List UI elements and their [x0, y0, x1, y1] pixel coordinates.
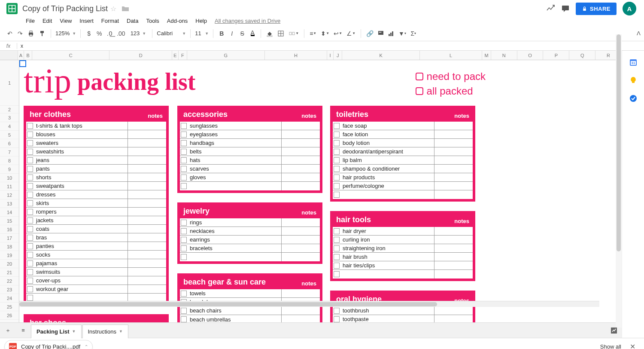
dec-decrease-button[interactable]: .0͟	[105, 29, 114, 38]
list-item[interactable]: hats	[180, 156, 320, 165]
notes-cell[interactable]	[281, 236, 320, 244]
keep-icon[interactable]	[629, 76, 638, 85]
notes-cell[interactable]	[434, 236, 473, 244]
list-item[interactable]: hair products	[333, 173, 473, 182]
hscrollbar[interactable]	[19, 301, 599, 307]
checkbox-icon[interactable]	[334, 271, 340, 277]
list-item[interactable]: hair brush	[333, 253, 473, 261]
list-item[interactable]: hair dryer	[333, 227, 473, 236]
row-header[interactable]: 26	[0, 311, 19, 320]
list-item[interactable]	[180, 253, 320, 261]
list-item[interactable]: jeans	[26, 156, 166, 165]
checkbox-icon[interactable]	[181, 174, 187, 181]
list-item[interactable]: eyeglasses	[180, 130, 320, 139]
undo-button[interactable]: ↶	[5, 29, 15, 38]
wrap-button[interactable]: ↩▼	[332, 29, 344, 38]
checkbox-icon[interactable]	[334, 174, 340, 181]
row-header[interactable]: 21	[0, 268, 19, 277]
menu-edit[interactable]: Edit	[39, 17, 55, 25]
list-item[interactable]: socks	[26, 251, 166, 259]
add-sheet-button[interactable]: ＋	[0, 327, 15, 334]
checkbox-icon[interactable]	[334, 157, 340, 163]
col-header[interactable]: J	[334, 51, 342, 60]
row-header[interactable]: 27	[0, 320, 19, 322]
notes-cell[interactable]	[281, 218, 320, 227]
sheets-logo-icon[interactable]	[3, 0, 21, 17]
list-item[interactable]: earrings	[180, 236, 320, 244]
list-item[interactable]: belts	[180, 147, 320, 156]
list-item[interactable]: hair ties/clips	[333, 261, 473, 270]
list-item[interactable]: jackets	[26, 216, 166, 225]
notes-cell[interactable]	[128, 190, 166, 199]
sheet-canvas[interactable]: trip packing list need to pack all packe…	[19, 60, 622, 322]
list-item[interactable]: necklaces	[180, 227, 320, 236]
list-item[interactable]: straightening iron	[333, 244, 473, 253]
notes-cell[interactable]	[281, 173, 320, 181]
col-header[interactable]: H	[265, 51, 328, 60]
col-header[interactable]: M	[482, 51, 491, 60]
list-item[interactable]: sweatshirts	[26, 147, 166, 156]
checkbox-icon[interactable]	[27, 286, 33, 292]
checkbox-icon[interactable]	[334, 183, 340, 189]
row-header[interactable]: 15	[0, 217, 19, 225]
list-item[interactable]: toothbrush	[333, 306, 473, 315]
list-item[interactable]: pajamas	[26, 259, 166, 268]
row-header[interactable]: 23	[0, 285, 19, 294]
checkbox-icon[interactable]	[27, 123, 33, 129]
checkbox-icon[interactable]	[334, 149, 340, 155]
notes-cell[interactable]	[128, 268, 166, 276]
sheet-tab[interactable]: Packing List▼	[31, 325, 82, 338]
checkbox-icon[interactable]	[27, 217, 33, 223]
row-header[interactable]: 8	[0, 156, 19, 165]
checkbox-icon[interactable]	[181, 245, 187, 251]
checkbox-icon[interactable]	[27, 252, 33, 258]
col-header[interactable]: L	[420, 51, 483, 60]
fill-color-button[interactable]	[264, 29, 275, 38]
row-header[interactable]: 3	[0, 113, 19, 122]
list-item[interactable]: gloves	[180, 173, 320, 182]
checkbox-icon[interactable]	[181, 220, 187, 226]
select-all-corner[interactable]	[0, 51, 18, 60]
row-header[interactable]: 12	[0, 191, 19, 199]
link-button[interactable]: 🔗	[365, 29, 375, 38]
percent-button[interactable]: %	[94, 29, 104, 38]
checkbox-icon[interactable]	[181, 254, 187, 260]
col-header[interactable]: I	[327, 51, 334, 60]
checkbox-icon[interactable]	[181, 237, 187, 243]
list-item[interactable]	[333, 270, 473, 279]
notes-cell[interactable]	[281, 227, 320, 235]
col-header[interactable]: P	[543, 51, 569, 60]
list-item[interactable]: dresses	[26, 190, 166, 199]
row-header[interactable]: 18	[0, 242, 19, 251]
list-item[interactable]: cover-ups	[26, 276, 166, 285]
col-header[interactable]: B	[24, 51, 32, 60]
list-item[interactable]: face lotion	[333, 130, 473, 139]
list-item[interactable]: curling iron	[333, 236, 473, 244]
list-item[interactable]: toothpaste	[333, 315, 473, 322]
notes-cell[interactable]	[281, 130, 320, 138]
notes-cell[interactable]	[128, 259, 166, 267]
comments-icon[interactable]	[561, 4, 570, 13]
close-downloads-button[interactable]: ✕	[626, 341, 640, 349]
font-select[interactable]: Calibri▼	[154, 30, 188, 37]
menu-addons[interactable]: Add-ons	[164, 17, 191, 25]
notes-cell[interactable]	[128, 276, 166, 285]
menu-format[interactable]: Format	[98, 17, 122, 25]
checkbox-icon[interactable]	[27, 278, 33, 284]
currency-button[interactable]: $	[84, 29, 94, 38]
zoom-select[interactable]: 125%▼	[53, 30, 79, 37]
calendar-icon[interactable]: 31	[629, 58, 638, 67]
row-header[interactable]: 19	[0, 251, 19, 260]
notes-cell[interactable]	[434, 173, 473, 181]
checkbox-icon[interactable]	[334, 237, 340, 243]
menu-insert[interactable]: Insert	[76, 17, 97, 25]
checkbox-icon[interactable]	[181, 140, 187, 146]
col-header[interactable]: C	[32, 51, 110, 60]
checkbox-icon[interactable]	[27, 209, 33, 215]
list-item[interactable]	[333, 190, 473, 199]
row-header[interactable]: 4	[0, 122, 19, 131]
notes-cell[interactable]	[434, 182, 473, 190]
list-item[interactable]: sweatpants	[26, 182, 166, 190]
chevron-down-icon[interactable]: ▼	[119, 329, 123, 334]
menu-view[interactable]: View	[56, 17, 75, 25]
